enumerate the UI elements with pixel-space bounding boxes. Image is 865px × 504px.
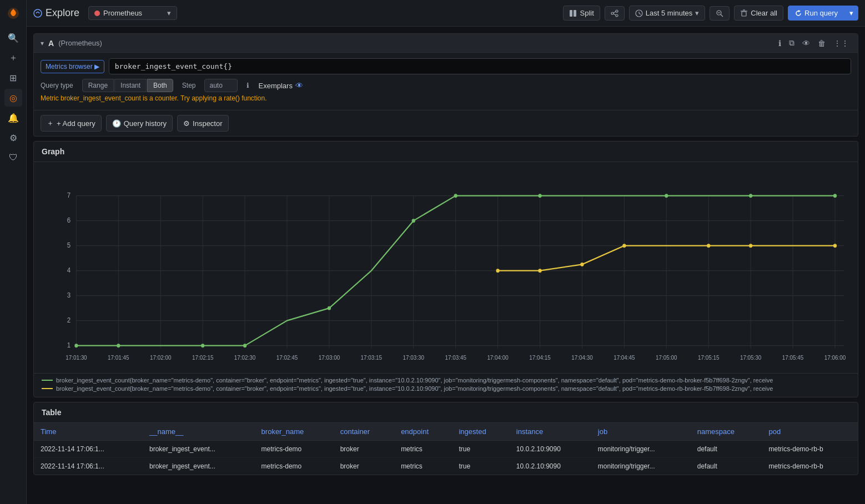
cell-ingested-0: true [452,441,509,458]
sidebar-item-shield[interactable]: 🛡 [4,149,22,167]
sidebar-item-dashboards[interactable]: ⊞ [4,69,22,87]
svg-point-64 [538,269,541,273]
svg-text:17:04:45: 17:04:45 [613,355,635,361]
svg-point-58 [454,194,457,198]
col-name[interactable]: __name__ [143,423,255,441]
col-job[interactable]: job [591,423,691,441]
sidebar-item-settings[interactable]: ⚙ [4,129,22,147]
graph-panel: Graph 1 2 3 4 5 6 [33,141,858,397]
col-time[interactable]: Time [34,423,143,441]
sidebar-item-alerts[interactable]: 🔔 [4,109,22,127]
cell-namespace-0: default [691,441,762,458]
query-type-instant[interactable]: Instant [114,79,147,92]
col-endpoint[interactable]: endpoint [394,423,452,441]
cell-instance-0: 10.0.2.10:9090 [510,441,591,458]
app-logo[interactable] [4,4,22,22]
run-query-button[interactable]: Run query ▾ [788,6,858,21]
table-row: 2022-11-14 17:06:1... broker_ingest_even… [34,458,858,475]
sidebar-item-explore[interactable]: ◎ [4,89,22,107]
query-type-both[interactable]: Both [147,79,173,92]
query-history-button[interactable]: 🕐 Query history [106,115,173,132]
svg-point-69 [833,244,837,248]
inspector-button[interactable]: ⚙ Inspector [177,115,228,132]
step-info-icon[interactable]: ℹ [247,82,249,89]
cell-container-0: broker [334,441,394,458]
svg-text:3: 3 [67,291,71,300]
query-label: A [48,39,54,48]
page-title: Explore [33,7,79,19]
col-container[interactable]: container [334,423,394,441]
datasource-status-dot [94,11,100,16]
table-scroll[interactable]: Time __name__ broker_name container endp… [34,423,858,475]
metrics-browser-chevron-icon: ▶ [94,63,99,70]
sidebar-item-search[interactable]: 🔍 [4,29,22,47]
svg-text:17:02:45: 17:02:45 [276,355,298,361]
refresh-icon [795,10,802,17]
col-ingested[interactable]: ingested [452,423,509,441]
svg-text:4: 4 [67,266,71,275]
query-actions: ℹ ⧉ 👁 🗑 ⋮⋮ [776,37,851,49]
query-info-icon[interactable]: ℹ [776,38,783,49]
legend-line-1 [42,388,53,389]
share-icon [611,9,618,17]
query-more-icon[interactable]: ⋮⋮ [831,38,851,49]
add-query-button[interactable]: ＋ + Add query [41,115,102,132]
content-area: ▾ A (Prometheus) ℹ ⧉ 👁 🗑 ⋮⋮ Metrics brow… [27,27,865,504]
query-type-group: Range Instant Both [82,79,173,92]
share-button[interactable] [605,6,625,21]
svg-text:17:01:45: 17:01:45 [108,355,129,361]
query-datasource-label: (Prometheus) [58,39,102,47]
svg-point-57 [412,219,415,223]
exemplars-toggle: Exemplars 👁 [258,81,303,90]
cell-namespace-1: default [691,458,762,475]
query-eye-icon[interactable]: 👁 [800,38,812,49]
query-delete-icon[interactable]: 🗑 [816,38,828,49]
svg-text:17:03:45: 17:03:45 [445,355,466,361]
split-icon [569,9,577,17]
run-query-main[interactable]: Run query [788,6,844,20]
run-query-dropdown[interactable]: ▾ [845,6,858,20]
cell-name-1: broker_ingest_event... [143,458,255,475]
svg-text:17:02:15: 17:02:15 [192,355,214,361]
legend-line-0 [42,380,53,381]
table-header-row: Time __name__ broker_name container endp… [34,423,858,441]
svg-point-1 [12,13,15,16]
step-input-field[interactable] [204,79,238,92]
svg-text:17:03:15: 17:03:15 [361,355,383,361]
svg-text:17:02:00: 17:02:00 [150,355,172,361]
query-footer: ＋ + Add query 🕐 Query history ⚙ Inspecto… [34,110,858,136]
query-type-label: Query type [41,82,73,89]
clear-all-button[interactable]: Clear all [734,6,783,21]
datasource-selector[interactable]: Prometheus ▾ [88,6,177,20]
sidebar-item-add[interactable]: ＋ [4,49,22,67]
time-range-selector[interactable]: Last 5 minutes ▾ [629,6,706,21]
col-instance[interactable]: instance [510,423,591,441]
query-copy-icon[interactable]: ⧉ [787,37,797,49]
cell-instance-1: 10.0.2.10:9090 [510,458,591,475]
cell-broker-0: metrics-demo [255,441,334,458]
zoom-icon [716,9,723,17]
svg-rect-3 [570,10,572,17]
query-type-range[interactable]: Range [82,79,114,92]
query-input-field[interactable] [109,58,851,74]
svg-text:6: 6 [67,216,71,225]
svg-point-56 [328,306,331,310]
exemplars-eye-icon[interactable]: 👁 [295,81,303,90]
legend-item-1: broker_ingest_event_count{broker_name="m… [42,385,850,392]
svg-line-8 [613,12,616,13]
svg-line-12 [639,13,641,14]
col-pod[interactable]: pod [762,423,858,441]
query-collapse-icon[interactable]: ▾ [41,39,44,47]
zoom-button[interactable] [710,6,730,21]
graph-container[interactable]: 1 2 3 4 5 6 7 [34,162,858,373]
svg-point-5 [616,10,618,12]
col-broker-name[interactable]: broker_name [255,423,334,441]
cell-job-1: monitoring/trigger... [591,458,691,475]
svg-point-66 [622,244,626,248]
svg-text:1: 1 [67,341,71,350]
svg-point-60 [665,194,668,198]
svg-point-55 [243,344,247,347]
col-namespace[interactable]: namespace [691,423,762,441]
metrics-browser-button[interactable]: Metrics browser ▶ [41,60,104,73]
split-button[interactable]: Split [563,6,600,21]
